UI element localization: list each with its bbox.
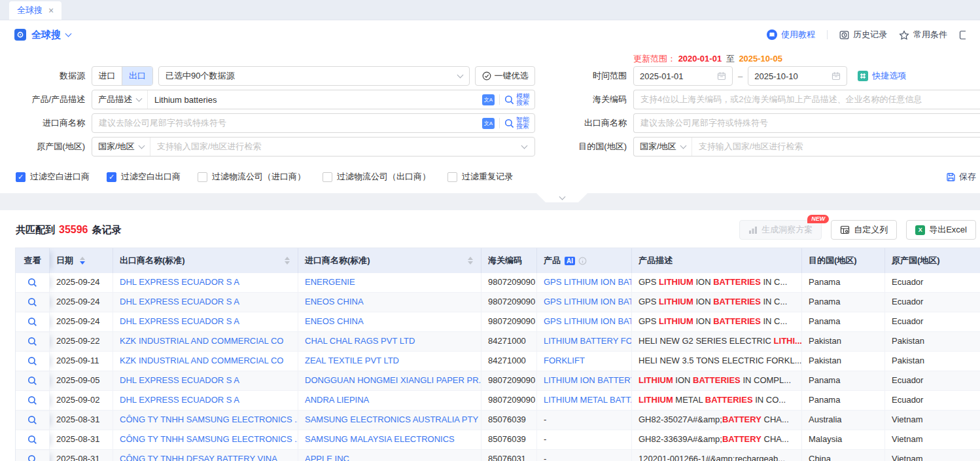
view-details-icon[interactable]: [27, 317, 37, 327]
custom-columns-button[interactable]: 自定义列: [831, 220, 897, 240]
column-header-0[interactable]: 查看: [16, 248, 50, 273]
sort-desc-icon[interactable]: [80, 261, 85, 265]
checkbox[interactable]: [198, 172, 207, 182]
sort-icons[interactable]: [80, 257, 85, 265]
hscode-input[interactable]: 支持4位以上海关编码，或2位海关编码加上产品描述、企业名称的任意信息: [633, 90, 980, 109]
translate-icon[interactable]: 文A: [482, 94, 495, 105]
generate-insight-button[interactable]: 生成洞察方案 NEW: [739, 220, 822, 240]
exporter-link[interactable]: DHL EXPRESS ECUADOR S A: [120, 395, 239, 405]
date-to-input[interactable]: 2025-10-10: [748, 66, 847, 86]
sort-asc-icon[interactable]: [80, 257, 85, 260]
column-header-6[interactable]: 产品描述: [632, 248, 802, 273]
exporter-link[interactable]: KZK INDUSTRIAL AND COMMERCIAL CO: [120, 356, 283, 365]
chevron-down-icon[interactable]: [65, 30, 72, 37]
exporter-link[interactable]: DHL EXPRESS ECUADOR S A: [120, 297, 239, 306]
clipped-menu-icon[interactable]: [959, 30, 966, 40]
exporter-link[interactable]: DHL EXPRESS ECUADOR S A: [120, 375, 239, 385]
datasource-select[interactable]: 已选中90个数据源: [158, 66, 470, 86]
product-link[interactable]: FORKLIFT: [544, 356, 585, 365]
product-link[interactable]: LITHIUM ION BATTERY: [544, 375, 632, 385]
sort-desc-icon[interactable]: [285, 261, 290, 265]
view-details-icon[interactable]: [27, 396, 37, 405]
one-click-optimize-button[interactable]: 一键优选: [475, 66, 535, 86]
filter-checkbox-item-1[interactable]: ✓过滤空白出口商: [107, 171, 181, 183]
product-search-value: Lithium batteries: [154, 95, 217, 105]
tab-global-search[interactable]: 全球搜 ×: [9, 1, 61, 20]
view-details-icon[interactable]: [27, 297, 37, 307]
product-link[interactable]: LITHIUM BATTERY FO...: [544, 336, 632, 346]
importer-link[interactable]: SAMSUNG MALAYSIA ELECTRONICS: [305, 434, 455, 444]
product-search-input[interactable]: Lithium batteries: [148, 95, 482, 105]
product-link[interactable]: LITHIUM METAL BATT...: [544, 395, 632, 405]
filter-checkbox-item-3[interactable]: 过滤物流公司（出口商）: [323, 171, 430, 183]
filter-checkbox-item-0[interactable]: ✓过滤空白进口商: [16, 171, 90, 183]
tutorial-link[interactable]: 使用教程: [767, 29, 815, 41]
export-excel-button[interactable]: X 导出Excel: [906, 220, 976, 240]
exporter-name-input[interactable]: 建议去除公司尾部字符或特殊符号: [633, 113, 980, 133]
exporter-link[interactable]: CÔNG TY TNHH SAMSUNG ELECTRONICS ...: [120, 434, 298, 444]
column-header-3[interactable]: 进口商名称(标准): [298, 248, 481, 273]
translate-icon[interactable]: 文A: [482, 118, 495, 129]
fuzzy-search-button[interactable]: 模糊 搜索: [504, 93, 534, 106]
view-details-icon[interactable]: [27, 278, 37, 287]
exporter-link[interactable]: CÔNG TY TNHH SAMSUNG ELECTRONICS ...: [120, 415, 298, 424]
sort-asc-icon[interactable]: [468, 257, 473, 260]
product-link[interactable]: GPS LITHIUM ION BAT...: [544, 297, 632, 306]
origin-country-input[interactable]: 支持输入国家/地区进行检索: [150, 141, 522, 153]
history-link[interactable]: 历史记录: [839, 29, 887, 41]
origin-type-select[interactable]: 国家/地区: [92, 138, 150, 156]
column-header-5[interactable]: 产品AI: [537, 248, 632, 273]
destination-country-input[interactable]: 支持输入国家/地区进行检索: [692, 141, 980, 153]
column-header-7[interactable]: 目的国(地区): [802, 248, 885, 273]
checkbox[interactable]: [447, 172, 457, 182]
sort-asc-icon[interactable]: [285, 257, 290, 260]
importer-link[interactable]: ENEOS CHINA: [305, 297, 364, 306]
exporter-link[interactable]: CÔNG TY TNHH DESAY BATTERY VINA: [120, 454, 277, 461]
table-settings-icon: [840, 225, 850, 235]
sort-icons[interactable]: [468, 257, 474, 265]
checkbox[interactable]: [323, 172, 332, 182]
filter-checkbox-item-2[interactable]: 过滤物流公司（进口商）: [198, 171, 306, 183]
export-toggle-button[interactable]: 出口: [122, 67, 152, 85]
view-details-icon[interactable]: [27, 337, 37, 346]
column-header-8[interactable]: 原产国(地区): [885, 248, 980, 273]
importer-name-input[interactable]: 建议去除公司尾部字符或特殊符号: [92, 117, 482, 129]
column-header-2[interactable]: 出口商名称(标准): [113, 248, 298, 273]
date-from-input[interactable]: 2025-01-01: [633, 66, 733, 86]
exporter-link[interactable]: KZK INDUSTRIAL AND COMMERCIAL CO: [120, 336, 283, 346]
sort-desc-icon[interactable]: [468, 261, 473, 265]
column-header-4[interactable]: 海关编码: [481, 248, 537, 273]
importer-link[interactable]: ZEAL TEXTILE PVT LTD: [305, 356, 399, 365]
destination-type-select[interactable]: 国家/地区: [634, 138, 692, 156]
save-button[interactable]: 保存: [946, 171, 976, 183]
product-type-select[interactable]: 产品描述: [92, 90, 148, 109]
view-details-icon[interactable]: [27, 415, 37, 425]
checkbox[interactable]: ✓: [16, 172, 26, 182]
quick-options-button[interactable]: 快捷选项: [858, 70, 906, 82]
collapse-form-button[interactable]: [536, 193, 587, 202]
importer-link[interactable]: DONGGUAN HONGMEI XIANGLI PAPER PR...: [305, 375, 481, 385]
importer-link[interactable]: CHAL CHAL RAGS PVT LTD: [305, 336, 415, 346]
view-details-icon[interactable]: [27, 356, 37, 366]
view-details-icon[interactable]: [27, 376, 37, 386]
checkbox[interactable]: ✓: [107, 172, 116, 182]
origin-type-value: 国家/地区: [98, 141, 135, 153]
exporter-link[interactable]: DHL EXPRESS ECUADOR S A: [120, 316, 239, 326]
product-link[interactable]: GPS LITHIUM ION BAT...: [544, 316, 632, 326]
exporter-link[interactable]: DHL EXPRESS ECUADOR S A: [120, 277, 239, 287]
view-details-icon[interactable]: [27, 435, 37, 445]
importer-link[interactable]: ENERGENIE: [305, 277, 355, 287]
view-details-icon[interactable]: [27, 454, 37, 461]
importer-link[interactable]: SAMSUNG ELECTRONICS AUSTRALIA PTY: [305, 415, 478, 424]
column-header-1[interactable]: 日期: [50, 248, 113, 273]
importer-link[interactable]: ENEOS CHINA: [305, 316, 364, 326]
sort-icons[interactable]: [285, 257, 291, 265]
close-icon[interactable]: ×: [48, 5, 54, 16]
favorites-link[interactable]: 常用条件: [899, 29, 947, 41]
import-toggle-button[interactable]: 进口: [92, 67, 122, 85]
product-link[interactable]: GPS LITHIUM ION BAT...: [544, 277, 632, 287]
importer-link[interactable]: ANDRA LIEPINA: [305, 395, 369, 405]
smart-search-button[interactable]: 智能 搜索: [504, 117, 534, 130]
importer-link[interactable]: APPLE INC: [305, 454, 349, 461]
filter-checkbox-item-4[interactable]: 过滤重复记录: [447, 171, 513, 183]
